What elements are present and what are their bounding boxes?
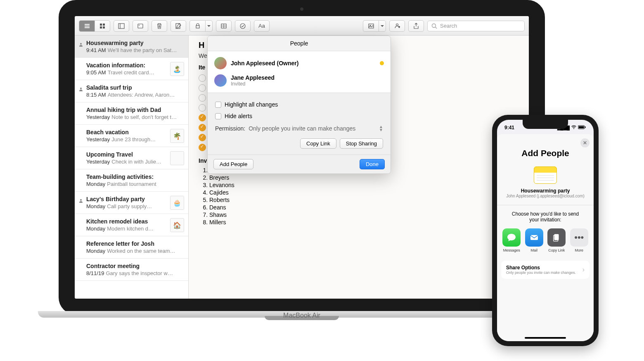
avatar — [214, 57, 227, 69]
note-item-time: 8:15 AM — [86, 92, 106, 98]
note-item[interactable]: Team-building activities:MondayPaintball… — [75, 169, 188, 192]
note-item[interactable]: 🏠Kitchen remodel ideasMondayModern kitch… — [75, 214, 188, 236]
note-item-time: Yesterday — [86, 159, 110, 165]
note-item-preview: Gary says the inspector w… — [106, 270, 173, 276]
copy-link-button[interactable]: Copy Link — [300, 138, 336, 149]
note-item[interactable]: Upcoming TravelYesterdayCheck in with Ju… — [75, 147, 188, 169]
note-item-preview: Modern kitchen d… — [107, 226, 154, 232]
svg-point-17 — [80, 88, 82, 89]
note-item-time: Yesterday — [86, 114, 110, 120]
note-item-title: Beach vacation — [86, 129, 182, 135]
home-indicator[interactable] — [525, 337, 566, 339]
mail-icon — [525, 228, 543, 247]
new-note-button[interactable] — [170, 20, 186, 32]
note-item-preview: Note to self, don't forget t… — [111, 114, 177, 120]
invitee-item: Roberts — [209, 196, 519, 204]
popover-title: People — [208, 36, 391, 51]
note-item[interactable]: Housewarming party9:41 AMWe'll have the … — [75, 36, 188, 58]
shared-icon — [79, 86, 83, 90]
search-placeholder: Search — [440, 23, 457, 29]
iphone-device: 9:41 ▂▄▆█ ✕ Add People Housewarming part… — [492, 115, 599, 346]
sidebar-toggle-button[interactable] — [114, 20, 129, 32]
lock-button[interactable] — [189, 20, 205, 32]
svg-rect-5 — [196, 26, 199, 28]
svg-point-9 — [240, 24, 245, 28]
invitee-item: Cajides — [209, 189, 519, 196]
person-row[interactable]: Jane AppleseedInvited — [214, 72, 384, 89]
note-thumbnail: 🌴 — [170, 129, 184, 143]
add-people-sheet: ✕ Add People Housewarming party John App… — [497, 134, 594, 341]
search-input[interactable]: Search — [427, 21, 525, 31]
attachments-button[interactable] — [133, 20, 148, 32]
note-item[interactable]: 🏝️Vacation information:9:05 AMTravel cre… — [75, 58, 188, 80]
check-circle[interactable] — [199, 104, 206, 112]
note-item-preview: Attendees: Andrew, Aaron… — [108, 92, 175, 98]
view-list-button[interactable] — [79, 20, 95, 32]
chevron-right-icon: › — [582, 266, 585, 273]
check-circle[interactable] — [199, 114, 206, 121]
hide-alerts-checkbox[interactable] — [215, 113, 221, 119]
highlight-changes-label: Highlight all changes — [225, 101, 278, 108]
format-button[interactable]: Aa — [254, 20, 270, 32]
share-messages[interactable]: Messages — [500, 228, 523, 252]
note-item[interactable]: 🧁Lacy's Birthday partyMondayCall party s… — [75, 192, 188, 214]
check-circle[interactable] — [199, 94, 206, 102]
check-circle[interactable] — [199, 124, 206, 131]
note-item[interactable]: 🌴Beach vacationYesterdayJune 23 through… — [75, 125, 188, 147]
done-button[interactable]: Done — [360, 159, 385, 169]
note-item[interactable]: Reference letter for JoshMondayWorked on… — [75, 236, 188, 259]
check-circle[interactable] — [199, 84, 206, 92]
note-item-time: Monday — [86, 203, 105, 209]
note-item[interactable]: Contractor meeting8/11/19Gary says the i… — [75, 259, 188, 281]
note-thumbnail: 🏠 — [170, 218, 184, 232]
more-icon: ••• — [570, 228, 588, 247]
check-circle[interactable] — [199, 144, 206, 151]
wifi-icon — [571, 125, 576, 130]
view-grid-button[interactable] — [95, 20, 110, 32]
media-menu-button[interactable] — [379, 20, 386, 32]
iphone-time: 9:41 — [504, 125, 514, 131]
stop-sharing-button[interactable]: Stop Sharing — [340, 138, 383, 149]
svg-rect-20 — [579, 126, 584, 128]
share-options-row[interactable]: Share Options Only people you invite can… — [501, 261, 590, 279]
share-copy-link[interactable]: Copy Link — [545, 228, 568, 252]
hide-alerts-label: Hide alerts — [225, 113, 252, 119]
note-item-title: Team-building activities: — [86, 173, 182, 180]
sheet-note-sub: John Appleseed (j.appleseed@icloud.com) — [497, 194, 594, 198]
note-item[interactable]: Annual hiking trip with DadYesterdayNote… — [75, 102, 188, 125]
permission-value: Only people you invite can make changes — [249, 125, 376, 132]
share-mail[interactable]: Mail — [523, 228, 546, 252]
permission-label: Permission: — [215, 125, 245, 132]
invitee-item: Shaws — [209, 211, 519, 218]
media-button[interactable] — [363, 20, 379, 32]
table-button[interactable] — [216, 20, 232, 32]
share-options-title: Share Options — [506, 265, 576, 271]
note-item[interactable]: Saladita surf trip8:15 AMAttendees: Andr… — [75, 80, 188, 102]
note-thumbnail: 🧁 — [170, 196, 184, 210]
note-thumbnail — [170, 151, 184, 165]
note-item-time: Monday — [86, 181, 105, 187]
close-button[interactable]: ✕ — [580, 138, 590, 147]
delete-button[interactable] — [152, 20, 167, 32]
note-item-preview: Check in with Julie… — [111, 159, 161, 165]
checklist-button[interactable] — [235, 20, 251, 32]
collaborate-button[interactable] — [389, 20, 405, 32]
share-button[interactable] — [408, 20, 424, 32]
permission-stepper[interactable]: ▲▼ — [379, 125, 383, 132]
lock-menu-button[interactable] — [205, 20, 213, 32]
macbook-label: MacBook Air — [283, 312, 320, 319]
person-status-dot — [380, 61, 384, 65]
svg-point-13 — [398, 26, 400, 28]
note-item-title: Saladita surf trip — [86, 84, 182, 91]
highlight-changes-checkbox[interactable] — [215, 102, 221, 108]
share-more[interactable]: •••More — [568, 228, 591, 252]
svg-point-3 — [139, 25, 140, 26]
person-status: Invited — [231, 81, 384, 87]
note-item-preview: June 23 through… — [111, 136, 156, 142]
add-people-button[interactable]: Add People — [213, 159, 253, 169]
check-circle[interactable] — [199, 134, 206, 141]
check-circle[interactable] — [199, 74, 206, 82]
svg-rect-21 — [585, 126, 586, 128]
person-row[interactable]: John Appleseed (Owner) — [214, 55, 384, 72]
note-item-title: Kitchen remodel ideas — [86, 218, 182, 225]
